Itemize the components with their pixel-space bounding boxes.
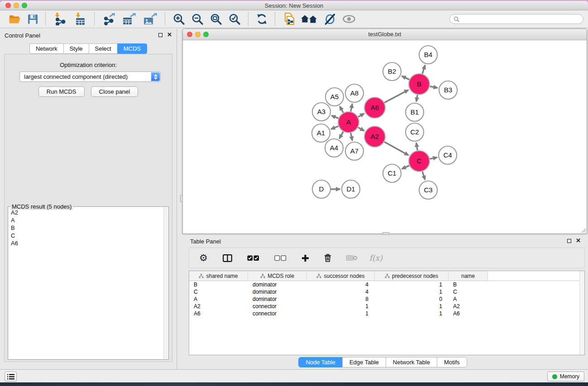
criterion-select[interactable]: largest connected component (directed) (19, 71, 161, 82)
mcds-result-item[interactable]: A (9, 216, 163, 224)
mcds-result-item[interactable]: C (9, 232, 163, 239)
add-column-icon[interactable] (301, 254, 309, 262)
graph-edge-A-A2[interactable] (358, 128, 364, 131)
table-cell[interactable]: A2 (449, 303, 488, 310)
table-settings-icon[interactable]: ⚙ (199, 253, 208, 263)
table-cell[interactable]: connector (248, 310, 307, 317)
close-panel-icon[interactable]: ✕ (167, 33, 172, 37)
table-cell[interactable]: A (449, 296, 488, 302)
table-cell[interactable]: B (189, 281, 248, 288)
search-input[interactable] (462, 15, 583, 23)
table-row[interactable]: Adominator80A (189, 295, 584, 303)
run-mcds-button[interactable]: Run MCDS (38, 86, 85, 97)
table-cell[interactable]: C (449, 289, 488, 295)
graph-edge-B-B4[interactable] (422, 65, 425, 74)
table-cell[interactable]: A (189, 296, 248, 302)
export-table-icon[interactable] (122, 13, 137, 25)
delete-table-icon[interactable] (346, 255, 358, 261)
column-header-name[interactable]: name (449, 271, 488, 281)
float-table-panel-icon[interactable] (567, 239, 571, 243)
duplicate-network-icon[interactable] (283, 13, 295, 25)
column-header-shared-name[interactable]: shared name (189, 271, 248, 281)
tab-edge-table[interactable]: Edge Table (342, 357, 386, 367)
graph-edge-A-A3[interactable] (331, 116, 338, 119)
table-scrollbar[interactable] (579, 271, 584, 355)
table-cell[interactable]: A6 (189, 310, 248, 317)
save-session-icon[interactable] (28, 14, 38, 24)
table-cell[interactable]: B (449, 281, 488, 288)
zoom-in-icon[interactable] (173, 13, 185, 25)
table-cell[interactable]: dominator (248, 296, 307, 302)
table-cell[interactable]: 1 (375, 281, 449, 288)
graph-edge-A6-B[interactable] (384, 90, 408, 103)
table-cell[interactable]: 0 (375, 296, 449, 302)
table-cell[interactable]: C (189, 289, 248, 295)
column-header-mcds-role[interactable]: MCDS role (248, 271, 307, 281)
delete-columns-icon[interactable] (324, 254, 331, 262)
search-box[interactable] (449, 14, 583, 24)
mcds-result-item[interactable]: A6 (9, 239, 163, 247)
zoom-fit-icon[interactable] (210, 13, 222, 25)
node-table[interactable]: shared nameMCDS rolesuccessor nodesprede… (189, 271, 585, 355)
toggle-graphics-details-icon[interactable] (324, 14, 336, 25)
mcds-result-item[interactable]: B (9, 224, 163, 232)
task-history-button[interactable] (5, 372, 17, 381)
export-image-icon[interactable] (143, 13, 158, 25)
table-row[interactable]: A6connector11A6 (189, 310, 584, 317)
select-all-columns-icon[interactable] (247, 255, 259, 261)
float-panel-icon[interactable] (158, 33, 163, 37)
table-cell[interactable]: 4 (307, 289, 375, 295)
tab-network[interactable]: Network (29, 43, 63, 54)
network-window-titlebar[interactable]: testGlobe.txt (183, 29, 587, 40)
graph-edge-A-A5[interactable] (340, 106, 344, 113)
export-network-icon[interactable] (102, 13, 116, 25)
graph-edge-B-B3[interactable] (430, 86, 438, 88)
splitter-handle-vertical[interactable] (180, 195, 183, 202)
splitter-handle-horizontal[interactable] (382, 232, 389, 235)
table-row[interactable]: Cdominator41C (189, 288, 584, 295)
graph-edge-A2-C[interactable] (384, 142, 408, 155)
zoom-out-icon[interactable] (191, 13, 204, 25)
column-header-predecessor-nodes[interactable]: predecessor nodes (375, 271, 449, 281)
column-header-successor-nodes[interactable]: successor nodes (307, 271, 375, 281)
graph-edge-A-A6[interactable] (358, 114, 364, 117)
graph-edge-B-B2[interactable] (402, 76, 410, 80)
import-network-icon[interactable] (53, 13, 67, 25)
graph-edge-C-C3[interactable] (422, 172, 425, 180)
table-cell[interactable]: 1 (375, 303, 449, 310)
mcds-result-scrollbar[interactable] (163, 207, 168, 359)
mcds-result-item[interactable]: A2 (9, 209, 163, 216)
graph-edge-C-C2[interactable] (416, 143, 418, 151)
table-cell[interactable]: 1 (307, 303, 375, 310)
tab-style[interactable]: Style (63, 43, 89, 54)
graph-edge-A-A8[interactable] (351, 104, 352, 112)
table-cell[interactable]: dominator (248, 281, 307, 288)
memory-button[interactable]: Memory (547, 372, 584, 381)
network-canvas[interactable]: B4B2BB3A8A5A6A3B1AC2A1A2A4A7C4CC1C3DD1 (183, 40, 587, 234)
close-panel-button[interactable]: Close panel (91, 86, 139, 97)
table-cell[interactable]: 1 (375, 310, 449, 317)
graph-edge-A-A4[interactable] (339, 132, 344, 138)
import-table-icon[interactable] (73, 13, 87, 25)
table-cell[interactable]: 1 (307, 310, 375, 317)
tab-network-table[interactable]: Network Table (386, 357, 437, 367)
table-cell[interactable]: A2 (189, 303, 248, 310)
table-cell[interactable]: dominator (248, 289, 307, 295)
split-view-icon[interactable] (223, 254, 232, 262)
graph-edge-A-A1[interactable] (331, 126, 338, 129)
tab-motifs[interactable]: Motifs (437, 357, 467, 367)
tab-node-table[interactable]: Node Table (298, 357, 342, 367)
zoom-selected-icon[interactable] (229, 13, 241, 25)
home-first-neighbors-icon[interactable] (301, 14, 317, 24)
table-cell[interactable]: connector (248, 303, 307, 310)
show-hide-eye-icon[interactable] (342, 15, 356, 23)
graph-edge-C-C4[interactable] (430, 157, 437, 159)
table-cell[interactable]: 8 (307, 296, 375, 302)
table-cell[interactable]: 1 (375, 289, 449, 295)
open-session-icon[interactable] (9, 14, 21, 24)
mcds-result-list[interactable]: A2ABCA6 (9, 209, 163, 359)
refresh-layout-icon[interactable] (256, 13, 268, 25)
close-table-panel-icon[interactable]: ✕ (576, 238, 581, 243)
resize-grip-icon[interactable] (580, 227, 586, 233)
graph-edge-A-A7[interactable] (351, 133, 352, 141)
